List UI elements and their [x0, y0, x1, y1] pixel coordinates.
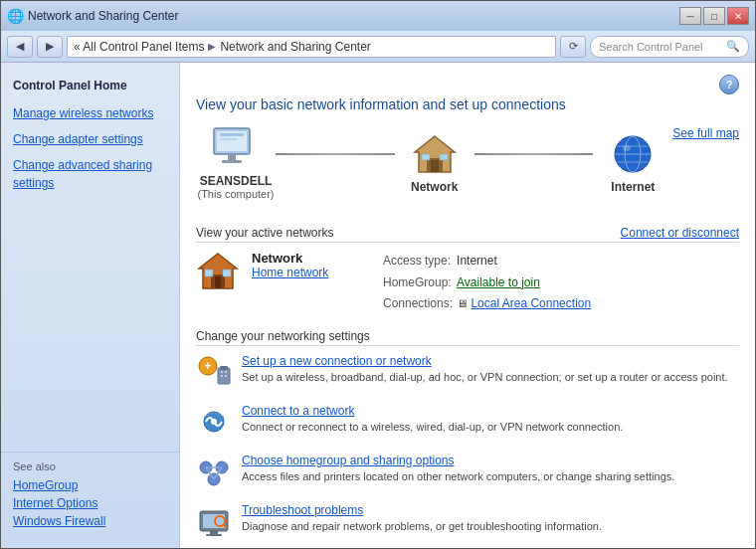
content-panel: ? View your basic network information an… — [180, 63, 755, 548]
breadcrumb-current: Network and Sharing Center — [220, 40, 370, 54]
svg-rect-21 — [223, 270, 231, 276]
main-content: Control Panel Home Manage wireless netwo… — [1, 63, 755, 548]
computer-sublabel: (This computer) — [197, 188, 274, 200]
title-bar: 🌐 Network and Sharing Center ─ □ ✕ — [1, 1, 755, 31]
svg-rect-9 — [422, 154, 430, 160]
active-network-row: Network Home network Access type: Intern… — [196, 251, 739, 315]
diagram-internet: Internet — [593, 132, 672, 194]
sidebar-homegroup-link[interactable]: HomeGroup — [13, 476, 167, 494]
setup-connection-icon: + — [196, 354, 232, 390]
sidebar-title: Control Panel Home — [1, 73, 179, 100]
network-info: Network Home network — [252, 251, 371, 279]
svg-rect-20 — [205, 270, 213, 276]
svg-rect-29 — [225, 375, 227, 377]
breadcrumb-arrow: ▶ — [208, 41, 216, 52]
svg-rect-10 — [440, 154, 448, 160]
svg-point-16 — [623, 145, 631, 151]
house-icon — [409, 132, 461, 176]
connector-2 — [474, 153, 594, 155]
sidebar-item-wireless[interactable]: Manage wireless networks — [1, 100, 179, 126]
connect-network-desc: Connect or reconnect to a wireless, wire… — [242, 420, 739, 435]
troubleshoot-link[interactable]: Troubleshoot problems — [242, 503, 739, 517]
address-bar: ◀ ▶ « All Control Panel Items ▶ Network … — [1, 31, 755, 63]
svg-rect-19 — [215, 276, 221, 288]
sidebar: Control Panel Home Manage wireless netwo… — [1, 63, 180, 548]
minimize-button[interactable]: ─ — [679, 7, 701, 25]
settings-item-3: Choose homegroup and sharing options Acc… — [196, 454, 739, 489]
panel-title: View your basic network information and … — [196, 96, 739, 112]
search-placeholder: Search Control Panel — [599, 41, 703, 53]
active-networks-header: View your active networks Connect or dis… — [196, 226, 739, 243]
diagram-computer: SEANSDELL (This computer) — [196, 126, 276, 200]
settings-text-2: Connect to a network Connect or reconnec… — [242, 404, 739, 435]
homegroup-sharing-link[interactable]: Choose homegroup and sharing options — [242, 454, 739, 467]
svg-rect-27 — [225, 371, 227, 373]
settings-text-3: Choose homegroup and sharing options Acc… — [242, 454, 739, 484]
search-icon: 🔍 — [726, 40, 740, 53]
computer-icon — [210, 126, 262, 170]
computer-label: SEANSDELL — [200, 174, 273, 188]
breadcrumb-prefix: « All Control Panel Items — [74, 40, 204, 54]
main-window: 🌐 Network and Sharing Center ─ □ ✕ ◀ ▶ «… — [0, 0, 756, 549]
access-type-value: Internet — [457, 251, 595, 273]
svg-rect-24 — [218, 368, 230, 384]
svg-rect-2 — [228, 154, 236, 160]
svg-rect-8 — [431, 160, 439, 172]
maximize-button[interactable]: □ — [703, 7, 725, 25]
network-label: Network — [411, 180, 458, 194]
window-controls: ─ □ ✕ — [679, 7, 749, 25]
troubleshoot-icon — [196, 503, 232, 539]
connections-label: Connections: — [383, 293, 457, 315]
svg-text:+: + — [204, 359, 211, 373]
sidebar-windows-firewall-link[interactable]: Windows Firewall — [13, 512, 167, 530]
homegroup-sharing-desc: Access files and printers located on oth… — [242, 469, 739, 484]
settings-text-4: Troubleshoot problems Diagnose and repai… — [242, 503, 739, 534]
connections-value-link[interactable]: Local Area Connection — [471, 296, 591, 310]
homegroup-label: HomeGroup: — [383, 273, 457, 294]
settings-section: + Set up a new connection or network Set… — [196, 354, 739, 539]
settings-item-4: Troubleshoot problems Diagnose and repai… — [196, 503, 739, 539]
access-type-label: Access type: — [383, 251, 457, 273]
window-title: Network and Sharing Center — [28, 9, 178, 23]
settings-item-1: + Set up a new connection or network Set… — [196, 354, 739, 390]
svg-rect-4 — [220, 133, 244, 136]
network-type-link[interactable]: Home network — [252, 266, 371, 279]
globe-icon — [607, 132, 659, 176]
svg-rect-5 — [220, 138, 238, 140]
internet-label: Internet — [611, 180, 655, 194]
help-button[interactable]: ? — [719, 75, 739, 94]
sidebar-item-adapter[interactable]: Change adapter settings — [1, 126, 179, 152]
svg-point-31 — [211, 419, 217, 425]
close-button[interactable]: ✕ — [727, 7, 749, 25]
search-box[interactable]: Search Control Panel 🔍 — [590, 36, 749, 58]
svg-rect-26 — [221, 371, 223, 373]
sidebar-item-sharing[interactable]: Change advanced sharing settings — [1, 152, 179, 196]
see-also-section: See also HomeGroup Internet Options Wind… — [1, 452, 179, 538]
network-diagram: SEANSDELL (This computer) — [196, 126, 739, 210]
back-button[interactable]: ◀ — [7, 36, 33, 58]
sidebar-internet-options-link[interactable]: Internet Options — [13, 494, 167, 512]
network-name: Network — [252, 251, 371, 266]
address-path[interactable]: « All Control Panel Items ▶ Network and … — [67, 36, 556, 58]
forward-button[interactable]: ▶ — [37, 36, 63, 58]
network-details-table: Access type: Internet HomeGroup: Availab… — [383, 251, 595, 315]
svg-rect-28 — [221, 375, 223, 377]
active-networks-title: View your active networks — [196, 226, 334, 240]
connect-disconnect-link[interactable]: Connect or disconnect — [621, 226, 739, 240]
svg-rect-41 — [206, 534, 222, 536]
svg-rect-25 — [220, 366, 228, 370]
homegroup-value-link[interactable]: Available to join — [457, 273, 595, 294]
connect-network-link[interactable]: Connect to a network — [242, 404, 739, 418]
settings-item-2: Connect to a network Connect or reconnec… — [196, 404, 739, 440]
connector-1 — [276, 153, 395, 155]
svg-rect-3 — [222, 160, 242, 163]
settings-text-1: Set up a new connection or network Set u… — [242, 354, 739, 385]
troubleshoot-desc: Diagnose and repair network problems, or… — [242, 519, 739, 534]
refresh-button[interactable]: ⟳ — [560, 36, 586, 58]
svg-rect-40 — [210, 531, 218, 534]
setup-connection-link[interactable]: Set up a new connection or network — [242, 354, 739, 368]
settings-header: Change your networking settings — [196, 329, 739, 346]
title-bar-left: 🌐 Network and Sharing Center — [7, 8, 178, 24]
see-full-map-link[interactable]: See full map — [672, 126, 739, 140]
settings-title: Change your networking settings — [196, 329, 370, 343]
